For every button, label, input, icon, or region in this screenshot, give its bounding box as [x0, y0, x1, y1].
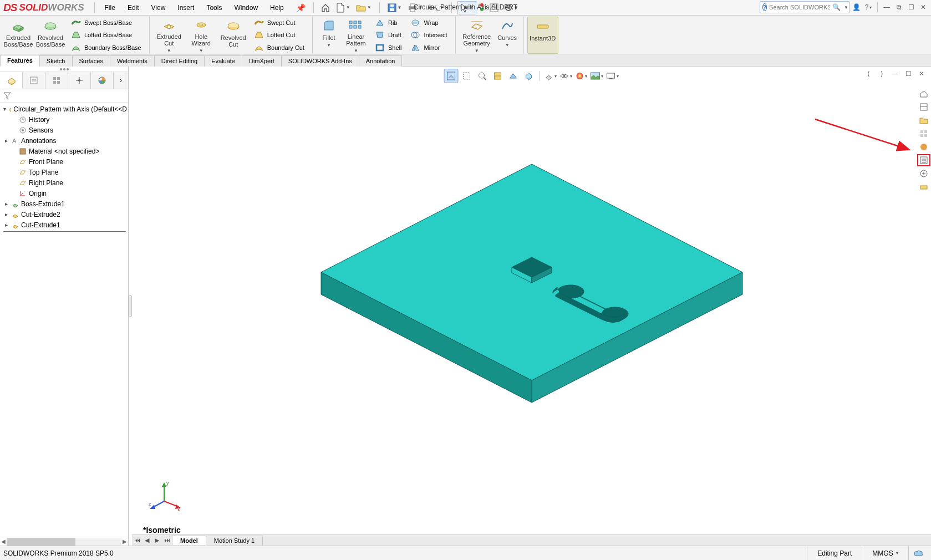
tree-boss-extrude1[interactable]: ▸Boss-Extrude1	[1, 198, 128, 209]
tree-cut-extrude2[interactable]: ▸Cut-Extrude2	[1, 209, 128, 220]
mdi-next-icon[interactable]: ⟩	[877, 69, 887, 79]
task-dimxpert-icon[interactable]	[917, 181, 930, 193]
task-design-lib-icon[interactable]	[917, 101, 930, 113]
lofted-cut-button[interactable]: Lofted Cut	[252, 29, 307, 41]
curves-button[interactable]: Curves ▼	[495, 17, 520, 54]
menu-view[interactable]: View	[146, 2, 171, 14]
graphics-area[interactable]: ▾ ▾ ▾ ▾ ▾ ⟨ ⟩ — ☐ ✕	[132, 67, 931, 546]
scroll-left-icon[interactable]: ◀	[1, 538, 6, 544]
tree-sensors[interactable]: Sensors	[1, 125, 128, 135]
tree-history[interactable]: History	[1, 114, 128, 125]
fm-tab-tree[interactable]	[0, 72, 23, 89]
menu-tools[interactable]: Tools	[201, 2, 227, 14]
expand-icon[interactable]: ▸	[3, 201, 9, 207]
lofted-boss-button[interactable]: Lofted Boss/Base	[69, 29, 144, 41]
task-view-palette-icon[interactable]	[917, 128, 930, 140]
tab-evaluate[interactable]: Evaluate	[204, 55, 242, 67]
search-icon[interactable]: 🔍	[832, 3, 841, 11]
chevron-down-icon[interactable]: ▼	[505, 43, 510, 48]
chevron-down-icon[interactable]: ▼	[167, 49, 171, 54]
tree-h-scrollbar[interactable]: ◀ ▶	[0, 537, 128, 546]
sheet-model[interactable]: Model	[172, 536, 206, 545]
fm-tab-display[interactable]	[91, 72, 114, 89]
mirror-button[interactable]: Mirror	[408, 42, 449, 53]
scroll-right-icon[interactable]: ▶	[123, 538, 127, 544]
pin-menu-icon[interactable]: 📌	[293, 2, 309, 13]
tree-right-plane[interactable]: Right Plane	[1, 177, 128, 188]
hide-show-icon[interactable]: ▾	[558, 69, 573, 83]
menu-file[interactable]: File	[99, 2, 121, 14]
zoom-previous-icon[interactable]	[475, 69, 489, 83]
fm-tab-property[interactable]	[23, 72, 45, 89]
expand-icon[interactable]: ▸	[3, 222, 9, 228]
collapse-icon[interactable]: ▾	[3, 106, 6, 112]
tab-dimxpert[interactable]: DimXpert	[242, 55, 282, 67]
task-appearances-icon[interactable]	[917, 141, 930, 153]
scroll-thumb[interactable]	[7, 538, 75, 546]
sheet-prev-icon[interactable]: ◀	[142, 537, 152, 544]
search-dropdown-icon[interactable]: ▼	[844, 5, 848, 10]
task-custom-properties-icon[interactable]	[917, 154, 930, 166]
tab-annotation[interactable]: Annotation	[359, 55, 403, 67]
mdi-prev-icon[interactable]: ⟨	[863, 69, 873, 79]
chevron-down-icon[interactable]: ▼	[199, 49, 204, 54]
menu-edit[interactable]: Edit	[122, 2, 145, 14]
wrap-button[interactable]: Wrap	[408, 17, 449, 29]
tab-surfaces[interactable]: Surfaces	[72, 55, 110, 67]
maximize-icon[interactable]: ☐	[905, 2, 917, 13]
fm-tab-config[interactable]	[45, 72, 68, 89]
sheet-motion[interactable]: Motion Study 1	[206, 536, 263, 545]
restore-icon[interactable]: ⧉	[893, 2, 904, 13]
tree-filter-row[interactable]	[0, 89, 128, 103]
tab-direct-editing[interactable]: Direct Editing	[154, 55, 205, 67]
dynamic-preview-icon[interactable]	[506, 69, 520, 83]
tab-weldments[interactable]: Weldments	[110, 55, 155, 67]
view-settings-icon[interactable]: ▾	[605, 69, 619, 83]
mdi-minimize-icon[interactable]: —	[890, 69, 900, 79]
open-doc-icon[interactable]: ▼	[354, 1, 374, 14]
zoom-area-icon[interactable]	[459, 69, 474, 83]
shell-button[interactable]: Shell	[373, 42, 404, 53]
reference-geometry-button[interactable]: Reference Geometry ▼	[459, 17, 495, 54]
intersect-button[interactable]: Intersect	[408, 29, 449, 41]
zoom-fit-icon[interactable]	[444, 69, 458, 83]
chevron-down-icon[interactable]: ▼	[354, 49, 358, 54]
view-orientation-icon[interactable]	[521, 69, 536, 83]
tree-front-plane[interactable]: Front Plane	[1, 156, 128, 167]
fillet-button[interactable]: Fillet ▼	[316, 17, 342, 54]
chevron-down-icon[interactable]: ▼	[327, 43, 331, 48]
sheet-first-icon[interactable]: ⏮	[132, 537, 142, 544]
mdi-close-icon[interactable]: ✕	[917, 69, 927, 79]
section-view-icon[interactable]	[490, 69, 505, 83]
user-icon[interactable]: 👤	[851, 2, 862, 13]
swept-cut-button[interactable]: Swept Cut	[252, 17, 307, 29]
tree-annotations[interactable]: ▸AAnnotations	[1, 135, 128, 146]
instant3d-button[interactable]: Instant3D	[527, 17, 558, 54]
expand-icon[interactable]: ▸	[3, 211, 9, 217]
help-search[interactable]: ? 🔍 ▼	[760, 1, 849, 13]
swept-boss-button[interactable]: Swept Boss/Base	[69, 17, 144, 29]
apply-scene-icon[interactable]: ▾	[589, 69, 604, 83]
hole-wizard-button[interactable]: Hole Wizard ▼	[185, 17, 217, 54]
sheet-last-icon[interactable]: ⏭	[162, 537, 172, 544]
panel-drag-handle[interactable]	[0, 67, 128, 72]
minimize-icon[interactable]: —	[881, 2, 892, 13]
status-cloud-icon[interactable]	[908, 546, 928, 561]
tab-addins[interactable]: SOLIDWORKS Add-Ins	[281, 55, 359, 67]
rollback-bar[interactable]	[3, 231, 126, 232]
tree-root[interactable]: ▾Circular_Pattern with Axis (Default<<D	[1, 104, 128, 114]
tab-sketch[interactable]: Sketch	[39, 55, 73, 67]
extruded-boss-button[interactable]: Extruded Boss/Base	[2, 17, 34, 54]
fm-tab-dimxpert[interactable]	[68, 72, 91, 89]
status-units[interactable]: MMGS ▾	[862, 546, 908, 561]
edit-appearance-icon[interactable]: ▾	[574, 69, 588, 83]
draft-button[interactable]: Draft	[373, 29, 404, 41]
tree-origin[interactable]: Origin	[1, 188, 128, 198]
extruded-cut-button[interactable]: Extruded Cut ▼	[153, 17, 185, 54]
chevron-down-icon[interactable]: ▼	[475, 49, 479, 54]
boundary-boss-button[interactable]: Boundary Boss/Base	[69, 42, 144, 53]
new-doc-icon[interactable]: ▼	[334, 1, 353, 14]
fm-tab-more[interactable]: ›	[114, 72, 128, 89]
task-file-explorer-icon[interactable]	[917, 114, 930, 126]
tree-material[interactable]: Material <not specified>	[1, 146, 128, 156]
